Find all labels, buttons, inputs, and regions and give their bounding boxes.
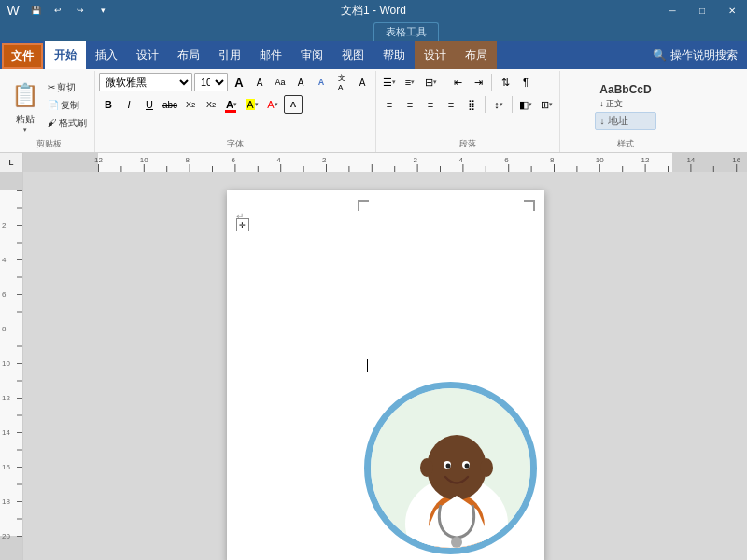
line-spacing-button[interactable]: ↕▾ [489,95,508,114]
maximize-button[interactable]: □ [687,0,717,21]
copy-button[interactable]: 📄 复制 [44,97,91,114]
columns-button[interactable]: ⣿ [462,95,481,114]
styles-label: 样式 [617,138,634,150]
save-button[interactable]: 💾 [26,1,45,20]
tab-table-layout[interactable]: 布局 [456,41,497,69]
format-painter-icon: 🖌 [48,118,57,128]
align-center-button[interactable]: ≡ [401,95,419,114]
tab-view[interactable]: 视图 [332,41,374,69]
show-marks-button[interactable]: ¶ [516,73,535,91]
style-item-normal[interactable]: AaBbCcD↓ 正文 [595,81,655,112]
font-label: 字体 [227,138,244,150]
ruler-area: L [0,153,747,172]
left-column: ↵ [227,190,358,560]
ribbon-group-styles: AaBbCcD↓ 正文 ↓ 地址 样式 [560,71,691,152]
close-button[interactable]: ✕ [717,0,747,21]
tab-design[interactable]: 设计 [127,41,168,69]
minimize-button[interactable]: ─ [657,0,687,21]
title-text: 文档1 - Word [341,3,406,19]
svg-point-6 [451,537,462,548]
highlight-button[interactable]: A ▾ [243,95,261,114]
context-tab-bar: 表格工具 [0,21,747,41]
align-right-button[interactable]: ≡ [421,95,440,114]
doctor-illustration [371,388,537,554]
justify-button[interactable]: ≡ [442,95,460,114]
numbered-list-button[interactable]: ≡▾ [401,73,419,91]
paste-dropdown-arrow: ▾ [23,126,27,133]
tab-help[interactable]: 帮助 [374,41,415,69]
font-shrink-button[interactable]: A [250,73,269,91]
ribbon-group-paragraph: ☰▾ ≡▾ ⊟▾ ⇤ ⇥ ⇅ ¶ ≡ ≡ ≡ ≡ ⣿ [376,71,560,152]
paste-icon: 📋 [12,77,38,113]
tab-mailings[interactable]: 邮件 [250,41,291,69]
vertical-ruler [0,172,23,560]
tab-references[interactable]: 引用 [209,41,250,69]
font-size-select[interactable]: 10 [194,73,228,91]
svg-point-12 [480,458,493,477]
font-color2-button[interactable]: A ▾ [263,95,282,114]
copy-icon: 📄 [48,100,59,110]
font-row-2: B I U abc X2 X2 A ▾ A ▾ A ▾ [99,95,372,116]
svg-point-11 [420,458,433,477]
text-effects-button[interactable]: A [312,73,331,91]
redo-button[interactable]: ↪ [71,1,90,20]
tab-search[interactable]: 🔍 操作说明搜索 [643,41,747,69]
tab-table-design[interactable]: 设计 [415,41,456,69]
subscript-button[interactable]: X2 [181,95,200,114]
bold-button[interactable]: B [99,95,118,114]
italic-button[interactable]: I [120,95,138,114]
shading-button[interactable]: ◧▾ [516,95,535,114]
clear-format-button[interactable]: A [291,73,310,91]
underline-button[interactable]: U [140,95,159,114]
sort-button[interactable]: ⇅ [496,73,514,91]
tab-review[interactable]: 审阅 [291,41,332,69]
paste-button[interactable]: 📋 粘贴 ▾ [7,75,43,136]
multilevel-list-button[interactable]: ⊟▾ [421,73,440,91]
superscript-button[interactable]: X2 [202,95,220,114]
unicode-button[interactable]: 文A [332,73,351,91]
bullet-list-button[interactable]: ☰▾ [380,73,399,91]
top-spacer: ↵ [236,209,348,237]
borders-button[interactable]: ⊞▾ [537,95,556,114]
cut-icon: ✂ [48,82,55,92]
word-icon: W [4,1,22,20]
para-row-2: ≡ ≡ ≡ ≡ ⣿ ↕▾ ◧▾ ⊞▾ [380,95,556,116]
case-button[interactable]: Aa [271,73,289,91]
horizontal-ruler [23,153,747,172]
svg-point-9 [446,464,451,469]
table-move-handle[interactable]: ✛ [236,218,249,231]
ribbon: 📋 粘贴 ▾ ✂ 剪切 📄 复制 🖌 格式刷 剪贴板 [0,69,747,153]
style-gallery: AaBbCcD↓ 正文 ↓ 地址 [593,77,657,133]
corner-mark-tl [358,200,369,211]
text-cursor [367,359,368,372]
quick-access-toolbar: W 💾 ↩ ↪ ▾ [4,0,112,21]
font-name-select[interactable]: 微软雅黑 [99,73,192,91]
page-content: ↵ [227,190,544,560]
ruler-corner[interactable]: L [0,153,23,172]
corner-mark-tr [524,200,535,211]
style-item-address[interactable]: ↓ 地址 [595,112,655,130]
font-color-dropdown-arrow: ▾ [233,101,237,108]
document-area[interactable]: ✛ ↵ [23,172,747,560]
align-left-button[interactable]: ≡ [380,95,399,114]
char-border-button[interactable]: A [284,95,303,114]
increase-indent-button[interactable]: ⇥ [469,73,487,91]
undo-button[interactable]: ↩ [49,1,67,20]
main-area: ✛ ↵ [0,172,747,560]
cut-button[interactable]: ✂ 剪切 [44,79,91,96]
tab-home[interactable]: 开始 [45,41,86,69]
strikethrough-button[interactable]: abc [161,95,179,114]
ribbon-tab-bar: 文件 开始 插入 设计 布局 引用 邮件 审阅 视图 帮助 设计 布局 🔍 操作… [0,41,747,69]
tab-layout[interactable]: 布局 [168,41,209,69]
customize-qat-button[interactable]: ▾ [93,1,112,20]
font-color-button[interactable]: A ▾ [222,95,241,114]
decrease-indent-button[interactable]: ⇤ [448,73,467,91]
tab-file[interactable]: 文件 [2,43,43,69]
tab-insert[interactable]: 插入 [86,41,127,69]
text-cursor-area[interactable] [367,358,368,372]
font-row-1: 微软雅黑 10 A A Aa A A 文A A [99,73,372,93]
para-row-1: ☰▾ ≡▾ ⊟▾ ⇤ ⇥ ⇅ ¶ [380,73,556,93]
font-grow-button[interactable]: A [230,73,248,91]
clear-all-button[interactable]: A [353,73,372,91]
format-painter-button[interactable]: 🖌 格式刷 [44,115,91,132]
